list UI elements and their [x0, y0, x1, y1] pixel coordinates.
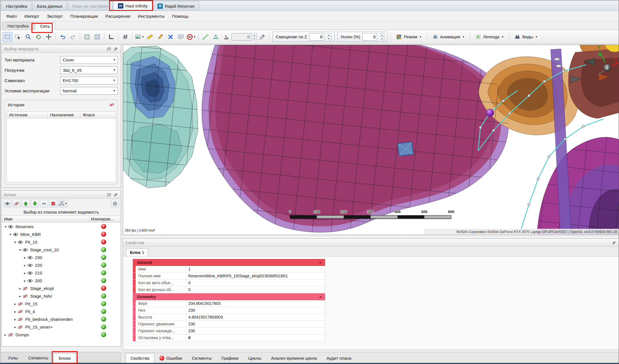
pick-button[interactable] [258, 32, 267, 42]
visibility-off-icon[interactable] [17, 325, 25, 329]
draw-button[interactable] [155, 32, 165, 42]
hide-all-button[interactable] [13, 200, 21, 207]
pan-button[interactable] [44, 32, 54, 42]
tree-row-stage-ekspl[interactable]: ▸Stage_ekspl! [2, 285, 120, 292]
property-value[interactable]: 1 [186, 266, 325, 272]
scene-canvas[interactable]: Y X Z 0 100 200 300 400 5 [123, 45, 619, 235]
blocks-settings-button[interactable] [111, 200, 119, 207]
marquee-select-button[interactable] [3, 32, 12, 42]
slope-spinner[interactable]: ▲▼ [379, 33, 384, 41]
visibility-off-icon[interactable] [8, 333, 15, 337]
column-isolated[interactable]: Изолиров... [89, 216, 121, 222]
window-tab-rapid-reserver[interactable]: RRapid Reserver [153, 1, 199, 11]
pin-icon[interactable] [611, 240, 617, 245]
left-tab-bloki[interactable]: Блоки [53, 353, 76, 363]
property-value[interactable]: 230 [186, 328, 325, 334]
tree-row-pit-10[interactable]: ▾Pit_10! [2, 238, 120, 246]
visibility-on-icon[interactable] [17, 240, 25, 244]
property-value[interactable]: 0 [186, 280, 325, 286]
tree-row-dumps[interactable]: ▸Dumps✓ [2, 331, 120, 339]
property-value[interactable]: 0 [186, 335, 325, 341]
visibility-on-icon[interactable] [13, 232, 20, 236]
expand-arrow-icon[interactable]: ▸ [18, 287, 22, 291]
undo-button[interactable] [58, 32, 68, 42]
spin-up-icon[interactable]: ▲ [252, 33, 257, 37]
tree-row-pit-4[interactable]: ▸Pit_4✓ [2, 308, 120, 315]
expand-arrow-icon[interactable]: ▸ [23, 263, 27, 267]
spin-down-icon[interactable]: ▼ [252, 37, 257, 41]
expand-arrow-icon[interactable]: ▾ [13, 240, 17, 244]
combo-conditions[interactable]: Normal▼ [60, 87, 118, 95]
expand-arrow-icon[interactable]: ▾ [8, 232, 13, 236]
property-value[interactable]: 4.80415017803003 [186, 314, 325, 321]
spin-up-icon[interactable]: ▲ [327, 33, 331, 37]
spin-up-icon[interactable]: ▲ [379, 33, 384, 37]
snap-line-button[interactable] [201, 32, 210, 42]
views-dropdown[interactable]: Виды▼ [511, 33, 541, 41]
tree-row-reserves[interactable]: ▾Reserves! [2, 223, 120, 230]
tree-row-200[interactable]: ▸200✓ [2, 277, 120, 285]
bottom-tab-tsikly[interactable]: Циклы [244, 353, 266, 363]
pin-icon[interactable] [113, 46, 118, 51]
bottom-tab-grafiki[interactable]: Графики [217, 353, 243, 363]
redo-button[interactable] [68, 32, 78, 42]
delete-button[interactable] [166, 32, 175, 42]
grid-toggle-button[interactable] [120, 32, 130, 42]
menu-tools[interactable]: Инструменты [134, 12, 168, 21]
expand-arrow-icon[interactable]: ▸ [13, 302, 17, 306]
ruler-button[interactable] [145, 32, 155, 42]
angle-value-spinner[interactable]: ▲▼ [252, 33, 257, 41]
window-tab-plan-ne-nastroen[interactable]: План не настроен [68, 1, 112, 11]
bottom-tab-audit[interactable]: Аудит плана [322, 353, 356, 363]
mode-tab-set[interactable]: Сеть [35, 22, 55, 30]
remove-all-button[interactable] [49, 200, 57, 207]
expand-arrow-icon[interactable]: ▸ [23, 279, 27, 283]
menu-file[interactable]: Файл [3, 12, 21, 21]
legend-dropdown[interactable]: Легенда▼ [472, 33, 507, 41]
bottom-tab-analiz[interactable]: Анализ времени цикла [266, 353, 321, 363]
pin-icon[interactable] [113, 192, 118, 197]
window-tab-baza-dannykh[interactable]: База данных [32, 1, 67, 11]
tree-row-220[interactable]: ▸220✓ [2, 261, 120, 269]
visibility-off-icon[interactable] [22, 287, 29, 291]
collapse-chevron-icon[interactable] [319, 262, 322, 263]
visibility-on-icon[interactable] [22, 248, 29, 252]
expand-arrow-icon[interactable]: ▸ [13, 317, 17, 321]
bottom-tab-oshibki[interactable]: !Ошибки [155, 353, 187, 363]
tree-row-pit-bedrock-shaimerden[interactable]: ▸Pit_bedrock_shaimerden✓ [2, 315, 120, 323]
restore-icon[interactable] [106, 46, 112, 51]
visibility-off-icon[interactable] [17, 302, 25, 306]
move-down-button[interactable] [31, 200, 39, 207]
spin-down-icon[interactable]: ▼ [327, 37, 331, 41]
expand-arrow-icon[interactable]: ▸ [13, 310, 17, 314]
property-value[interactable]: 230 [186, 307, 325, 314]
tree-row-stage-cost-10[interactable]: ▾Stage_cost_10✓ [2, 246, 120, 254]
mode-dropdown[interactable]: Режим▼ [393, 33, 425, 41]
z-offset-input[interactable] [309, 33, 324, 41]
z-offset-spinner[interactable]: ▲▼ [327, 33, 331, 41]
slope-input[interactable] [362, 33, 377, 41]
visibility-on-icon[interactable] [27, 271, 34, 275]
comment-button[interactable] [176, 32, 186, 42]
fit-view-button[interactable] [82, 32, 92, 42]
pointer-select-button[interactable] [13, 32, 23, 42]
collapse-chevron-icon[interactable] [319, 296, 322, 298]
left-tab-segmenty[interactable]: Сегменты [23, 353, 53, 363]
expand-arrow-icon[interactable]: ▸ [18, 294, 22, 298]
history-column-флаги[interactable]: Флаги [80, 112, 116, 118]
rotate-view-button[interactable] [33, 32, 43, 42]
restore-icon[interactable] [106, 192, 112, 197]
bottom-tab-svoystva[interactable]: Свойства [126, 353, 154, 363]
visibility-off-icon[interactable] [22, 294, 29, 298]
menu-import[interactable]: Импорт [21, 12, 43, 21]
history-column-источник[interactable]: Источник [7, 112, 48, 118]
axis-view-button[interactable] [106, 32, 116, 42]
expand-arrow-icon[interactable]: ▸ [23, 256, 27, 260]
visibility-off-icon[interactable] [17, 317, 25, 321]
image-layer-button[interactable]: ▼ [135, 32, 145, 42]
visibility-on-icon[interactable] [27, 279, 34, 283]
mode-tab-nastroyka[interactable]: Настройка [2, 22, 34, 30]
menu-extensions[interactable]: Расширения [102, 12, 134, 21]
tree-row-pit-15[interactable]: ▸Pit_15✓ [2, 300, 120, 308]
snap-polygon-button[interactable] [211, 32, 221, 42]
